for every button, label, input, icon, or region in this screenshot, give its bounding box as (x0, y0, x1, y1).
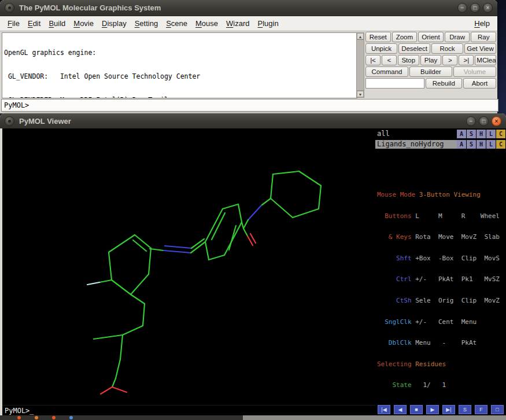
launcher-icon[interactable] (35, 416, 38, 419)
c-menu-button[interactable]: C (496, 130, 505, 138)
reset-button[interactable]: Reset (365, 32, 391, 42)
log-line: OpenGL graphics engine: (4, 49, 357, 57)
pymol-viewer-window: PyMOL Viewer − □ × PyMOL>_ (0, 113, 506, 415)
desktop: The PyMOL Molecular Graphics System − □ … (0, 0, 506, 420)
state-line[interactable]: State 1/ 1 (377, 382, 506, 389)
deselect-button[interactable]: Deselect (398, 43, 430, 54)
mouse-mode-line[interactable]: Mouse Mode 3-Button Viewing (377, 191, 506, 198)
menu-wizard[interactable]: Wizard (222, 18, 253, 29)
menu-edit[interactable]: Edit (24, 18, 45, 29)
mclear-button[interactable]: MClear (475, 55, 496, 65)
get-view-button[interactable]: Get View (464, 43, 496, 54)
log-scrollbar[interactable]: ▲ ▼ (356, 32, 364, 98)
main-window-title: The PyMOL Molecular Graphics System (19, 3, 161, 12)
control-button-panel: Reset Zoom Orient Draw Ray Unpick Desele… (365, 32, 496, 97)
goto-end-button[interactable]: >| (459, 55, 474, 65)
prompt-label: PyMOL> (4, 101, 29, 109)
selecting-mode-line[interactable]: Selecting Residues (377, 361, 506, 368)
mouse-buttons-line: Buttons L M R Wheel (377, 213, 506, 220)
unpick-button[interactable]: Unpick (365, 43, 397, 54)
command-button[interactable]: Command (365, 67, 408, 77)
mouse-ctsh-line: CtSh Sele Orig Clip MovZ (377, 297, 506, 304)
a-menu-button[interactable]: A (457, 130, 466, 138)
rebuild-button[interactable]: Rebuild (426, 78, 462, 89)
abort-button[interactable]: Abort (463, 78, 496, 89)
main-window-titlebar[interactable]: The PyMOL Molecular Graphics System − □ … (0, 0, 497, 16)
taskbar-window-strip (243, 415, 506, 420)
goto-start-button[interactable]: |< (365, 55, 381, 65)
object-row-all: all A S H L C (375, 129, 506, 139)
l-menu-button[interactable]: L (486, 130, 496, 138)
zoom-button[interactable]: Zoom (392, 32, 418, 42)
step-forward-button[interactable]: > (442, 55, 457, 65)
maximize-icon[interactable]: □ (479, 116, 489, 126)
log-line: GL_VENDOR: Intel Open Source Technology … (4, 73, 357, 81)
window-menu-icon[interactable] (5, 3, 14, 13)
scroll-up-icon[interactable]: ▲ (357, 33, 364, 39)
scrollbar-thumb[interactable] (357, 39, 364, 91)
panel-command-entry[interactable] (365, 78, 424, 89)
mouse-shft-line: Shft +Box -Box Clip MovS (377, 255, 506, 262)
viewer-prompt: PyMOL>_ (5, 407, 34, 415)
object-name[interactable]: Ligands_noHydrog (375, 140, 457, 149)
builder-button[interactable]: Builder (409, 67, 452, 77)
frame-play-button[interactable]: ▶ (426, 405, 439, 414)
s-menu-button[interactable]: S (467, 140, 476, 149)
command-input[interactable]: PyMOL> (1, 99, 498, 112)
log-line: GL_RENDERER: Mesa DRI Intel(R) Bay Trail (4, 97, 357, 98)
close-icon[interactable]: × (492, 116, 501, 126)
menu-file[interactable]: File (3, 18, 24, 29)
rock-button[interactable]: Rock (431, 43, 463, 54)
menu-setting[interactable]: Setting (131, 18, 162, 29)
blank-frame-button[interactable]: □ (491, 405, 504, 414)
menu-build[interactable]: Build (45, 18, 69, 29)
h-menu-button[interactable]: H (477, 140, 486, 149)
menu-movie[interactable]: Movie (69, 18, 98, 29)
mouse-dblclk-line: DblClk Menu - PkAt (377, 340, 506, 347)
menu-help[interactable]: Help (470, 18, 494, 29)
output-log: OpenGL graphics engine: GL_VENDOR: Intel… (2, 32, 357, 98)
minimize-icon[interactable]: − (457, 3, 467, 13)
step-back-button[interactable]: < (382, 55, 397, 65)
s-menu-button[interactable]: S (467, 130, 476, 138)
play-button[interactable]: Play (420, 55, 442, 65)
menu-plugin[interactable]: Plugin (254, 18, 283, 29)
f-toggle-button[interactable]: F (475, 405, 487, 414)
launcher-icon[interactable] (69, 416, 73, 419)
object-name[interactable]: all (375, 130, 457, 138)
frame-back-button[interactable]: ◀ (394, 405, 407, 414)
scroll-down-icon[interactable]: ▼ (357, 91, 364, 97)
stop-button[interactable]: Stop (398, 55, 419, 65)
object-panel: all A S H L C Ligands_noHydrog A (375, 128, 506, 415)
c-menu-button[interactable]: C (496, 140, 505, 149)
pymol-main-window: The PyMOL Molecular Graphics System − □ … (0, 0, 497, 113)
menu-scene[interactable]: Scene (162, 18, 191, 29)
goto-last-frame-button[interactable]: ▶| (442, 405, 455, 414)
molecule-svg (2, 128, 375, 405)
s-toggle-button[interactable]: S (459, 405, 471, 414)
ray-button[interactable]: Ray (471, 32, 496, 42)
menu-mouse[interactable]: Mouse (191, 18, 222, 29)
viewer-title: PyMOL Viewer (19, 117, 71, 126)
h-menu-button[interactable]: H (477, 130, 486, 138)
frame-stop-button[interactable]: ■ (410, 405, 423, 414)
close-icon[interactable]: × (483, 3, 493, 13)
orient-button[interactable]: Orient (418, 32, 444, 42)
3d-viewport[interactable] (2, 128, 375, 405)
menubar: File Edit Build Movie Display Setting Sc… (0, 16, 497, 31)
goto-first-frame-button[interactable]: |◀ (378, 405, 390, 414)
window-menu-icon[interactable] (5, 116, 14, 126)
draw-button[interactable]: Draw (445, 32, 470, 42)
taskbar (0, 415, 506, 420)
maximize-icon[interactable]: □ (470, 3, 480, 13)
minimize-icon[interactable]: − (466, 116, 476, 126)
viewer-titlebar[interactable]: PyMOL Viewer − □ × (0, 113, 506, 129)
menu-display[interactable]: Display (98, 18, 131, 29)
volume-button: Volume (453, 67, 496, 77)
viewer-command-line[interactable]: PyMOL>_ (2, 405, 375, 416)
a-menu-button[interactable]: A (457, 140, 466, 149)
l-menu-button[interactable]: L (486, 140, 496, 149)
launcher-icon[interactable] (52, 416, 56, 419)
viewer-canvas-area: PyMOL>_ all A S H L C (2, 128, 506, 415)
launcher-icon[interactable] (17, 416, 21, 419)
